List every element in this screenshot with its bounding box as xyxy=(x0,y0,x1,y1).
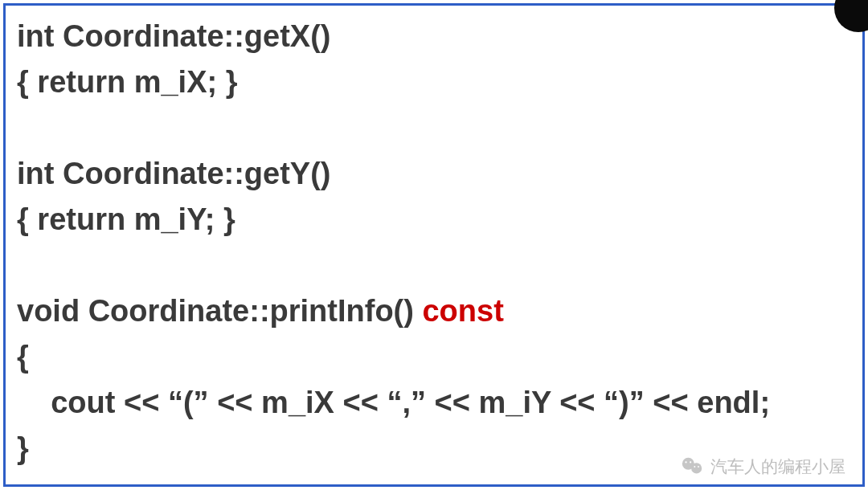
svg-point-2 xyxy=(685,461,686,463)
svg-point-5 xyxy=(698,466,699,468)
blank-line xyxy=(17,105,851,151)
code-line-5: void Coordinate::printInfo() const xyxy=(17,288,851,334)
blank-line xyxy=(17,243,851,288)
svg-point-1 xyxy=(691,463,702,473)
wechat-icon xyxy=(680,455,704,479)
svg-point-4 xyxy=(694,466,695,468)
watermark-text: 汽车人的编程小屋 xyxy=(710,455,845,478)
code-text: void Coordinate::printInfo() xyxy=(17,294,422,328)
code-line-2: { return m_iX; } xyxy=(17,59,851,105)
watermark: 汽车人的编程小屋 xyxy=(680,455,845,479)
const-keyword: const xyxy=(422,294,503,328)
code-line-1: int Coordinate::getX() xyxy=(17,14,851,59)
svg-point-3 xyxy=(690,461,691,463)
code-line-4: { return m_iY; } xyxy=(17,197,851,243)
code-line-6: { xyxy=(17,334,851,380)
code-line-7: cout << “(” << m_iX << “,” << m_iY << “)… xyxy=(17,380,851,426)
code-container: int Coordinate::getX() { return m_iX; } … xyxy=(3,3,865,487)
code-line-3: int Coordinate::getY() xyxy=(17,151,851,197)
